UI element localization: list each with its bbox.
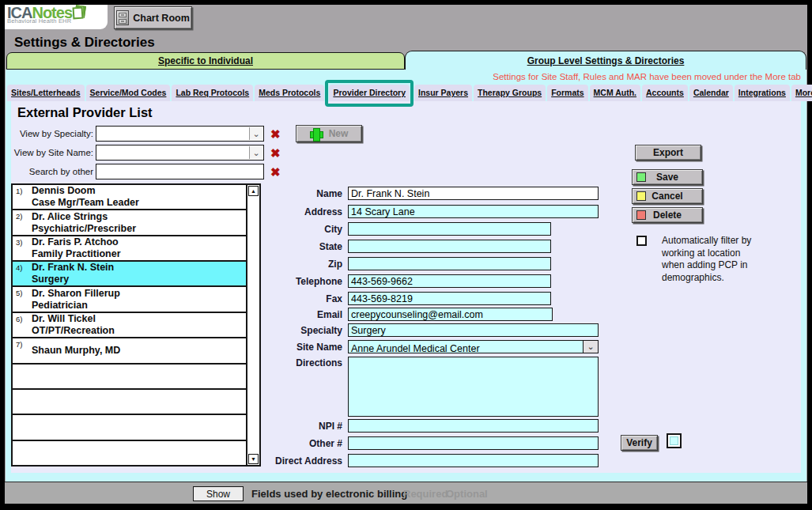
plus-icon xyxy=(310,128,322,140)
brand-tagline: Behavioral Health EHR xyxy=(7,17,104,25)
chart-room-label: Chart Room xyxy=(133,13,190,24)
subtab-sites-letterheads[interactable]: Sites/Letterheads xyxy=(7,85,85,101)
external-provider-list-heading: External Provider List xyxy=(17,105,153,120)
app-window: ICA Notes Behavioral Health EHR Chart Ro… xyxy=(0,0,812,510)
view-by-specialty-label: View by Specialty: xyxy=(11,129,93,138)
state-field[interactable] xyxy=(348,240,551,253)
other-number-field[interactable] xyxy=(348,436,599,450)
directions-field[interactable] xyxy=(348,357,599,417)
subtab-integrations[interactable]: Integrations xyxy=(735,85,790,101)
list-item-selected[interactable]: 4) Dr. Frank N. SteinSurgery xyxy=(13,262,246,287)
delete-label: Delete xyxy=(653,210,682,221)
npi-label: NPI # xyxy=(248,421,342,432)
search-by-other-label: Search by other xyxy=(11,167,93,176)
save-green-icon xyxy=(636,172,646,182)
site-name-dropdown[interactable]: Anne Arundel Medical Center ⌄ xyxy=(348,340,599,353)
site-name-row: Site Name Anne Arundel Medical Center ⌄ xyxy=(248,340,599,353)
list-item-empty[interactable] xyxy=(13,441,246,465)
address-label: Address xyxy=(248,206,342,217)
list-item[interactable]: 1) Dennis DoomCase Mgr/Team Leader xyxy=(13,185,246,210)
view-by-specialty-value xyxy=(96,127,101,142)
provider-role: Surgery xyxy=(32,274,114,285)
specialty-field[interactable] xyxy=(348,323,599,337)
list-item[interactable]: 3) Dr. Faris P. AtchooFamily Practitione… xyxy=(13,236,246,262)
provider-role: Pediatrician xyxy=(32,300,120,312)
city-row: City xyxy=(248,222,551,236)
view-by-specialty-dropdown[interactable]: ⌄ xyxy=(96,126,264,142)
app-chrome: ICA Notes Behavioral Health EHR Chart Ro… xyxy=(5,5,807,504)
provider-name: Dr. Will Tickel xyxy=(32,313,115,325)
directions-label: Directions xyxy=(248,357,342,368)
zip-row: Zip xyxy=(248,257,551,270)
clear-specialty-filter-icon[interactable]: ✖ xyxy=(270,128,281,140)
chevron-down-icon[interactable]: ⌄ xyxy=(249,146,262,159)
view-by-site-value xyxy=(96,146,101,161)
moved-settings-notice: Settings for Site Staff, Rules and MAR h… xyxy=(493,72,801,81)
direct-address-row: Direct Address xyxy=(248,454,599,467)
save-button[interactable]: Save xyxy=(632,169,703,185)
email-field[interactable] xyxy=(348,308,553,321)
list-item[interactable]: 7) Shaun Murphy, MD xyxy=(13,338,246,364)
subtab-insur-payers[interactable]: Insur Payers xyxy=(414,85,472,101)
name-field[interactable] xyxy=(348,187,599,200)
list-item[interactable]: 2) Dr. Alice StringsPsychiatric/Prescrib… xyxy=(13,210,246,236)
chevron-down-icon[interactable]: ⌄ xyxy=(583,341,598,353)
telephone-field[interactable] xyxy=(348,274,551,288)
chart-room-button[interactable]: Chart Room xyxy=(114,6,192,29)
zip-field[interactable] xyxy=(348,257,551,270)
tab-group-level-settings[interactable]: Group Level Settings & Directories xyxy=(405,51,806,70)
auto-filter-note: Automatically filter by working at locat… xyxy=(662,235,761,284)
subtab-calendar[interactable]: Calendar xyxy=(689,85,733,101)
list-item-empty[interactable] xyxy=(13,390,246,415)
search-by-other-input[interactable] xyxy=(96,164,264,179)
subtab-mcm-auth[interactable]: MCM Auth. xyxy=(590,85,640,101)
city-field[interactable] xyxy=(348,222,551,236)
subtab-lab-req-protocols[interactable]: Lab Req Protocols xyxy=(172,85,253,101)
auto-filter-checkbox[interactable] xyxy=(636,236,647,246)
show-button[interactable]: Show xyxy=(193,486,244,501)
delete-button[interactable]: Delete xyxy=(632,207,703,223)
view-by-site-dropdown[interactable]: ⌄ xyxy=(96,145,264,161)
subtab-more[interactable]: More xyxy=(791,85,812,101)
group-settings-content: Settings for Site Staff, Rules and MAR h… xyxy=(6,70,806,482)
address-field[interactable] xyxy=(348,205,599,218)
subtab-meds-protocols[interactable]: Meds Protocols xyxy=(255,85,324,101)
verify-label: Verify xyxy=(626,437,652,448)
new-provider-button[interactable]: New xyxy=(296,125,362,142)
delete-red-icon xyxy=(636,210,646,220)
email-row: Email xyxy=(248,308,553,321)
provider-role: Psychiatric/Prescriber xyxy=(32,223,136,235)
list-item-empty[interactable] xyxy=(13,365,246,390)
subtab-therapy-groups[interactable]: Therapy Groups xyxy=(474,85,546,101)
clear-search-icon[interactable]: ✖ xyxy=(270,166,281,178)
clear-site-filter-icon[interactable]: ✖ xyxy=(270,147,281,159)
direct-address-label: Direct Address xyxy=(248,455,342,467)
fax-field[interactable] xyxy=(348,292,551,305)
npi-row: NPI # xyxy=(248,419,599,433)
direct-address-field[interactable] xyxy=(348,454,599,467)
subtab-provider-directory[interactable]: Provider Directory xyxy=(329,85,410,101)
export-button[interactable]: Export xyxy=(635,145,701,161)
telephone-row: Telephone xyxy=(248,274,551,288)
list-item-empty[interactable] xyxy=(13,415,246,440)
row-number: 7) xyxy=(13,338,32,362)
list-item[interactable]: 6) Dr. Will TickelOT/PT/Recreation xyxy=(13,313,246,338)
npi-field[interactable] xyxy=(348,419,599,433)
cancel-yellow-icon xyxy=(636,191,646,201)
row-number: 4) xyxy=(13,262,32,285)
other-number-label: Other # xyxy=(248,438,342,449)
list-item[interactable]: 5) Dr. Sharon FillerupPediatrician xyxy=(13,287,246,312)
verify-button[interactable]: Verify xyxy=(621,435,658,451)
subtab-formats[interactable]: Formats xyxy=(547,85,587,101)
provider-name: Dr. Faris P. Atchoo xyxy=(32,236,121,248)
export-label: Export xyxy=(653,147,683,158)
name-row: Name xyxy=(248,187,599,200)
tab-specific-to-individual[interactable]: Specific to Individual xyxy=(6,52,405,70)
subtab-accounts[interactable]: Accounts xyxy=(642,85,688,101)
subtab-service-mod-codes[interactable]: Service/Mod Codes xyxy=(86,85,171,101)
cancel-button[interactable]: Cancel xyxy=(632,188,703,204)
verify-checkbox[interactable] xyxy=(667,433,682,448)
chevron-down-icon[interactable]: ⌄ xyxy=(249,127,262,140)
search-by-other-row: Search by other ✖ xyxy=(11,164,281,179)
row-number: 5) xyxy=(13,287,32,311)
